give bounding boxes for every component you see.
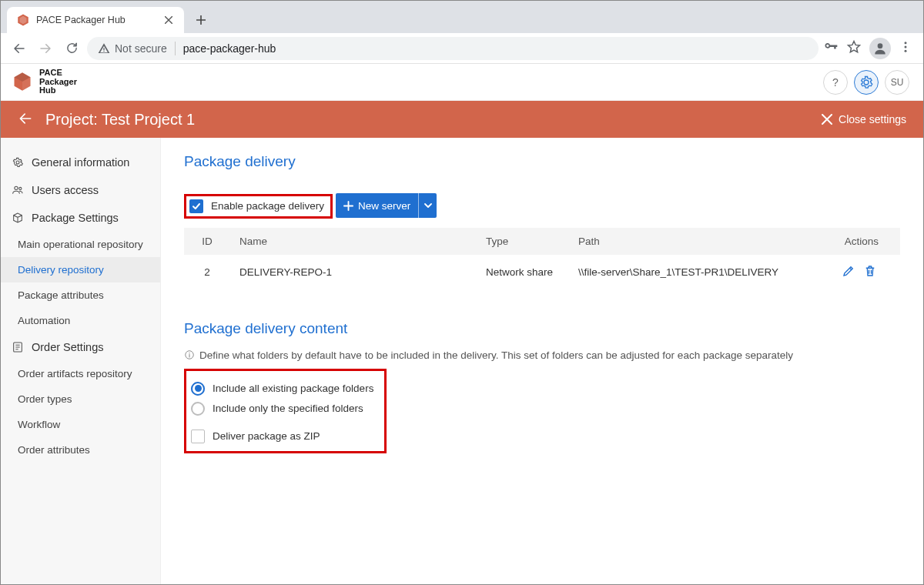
cell-type: Network share <box>477 255 569 289</box>
not-secure-label: Not secure <box>115 42 167 55</box>
section-title-content: Package delivery content <box>184 320 900 337</box>
plus-icon <box>343 201 353 211</box>
svg-point-9 <box>189 353 189 353</box>
warning-icon <box>98 42 110 55</box>
sidebar-item-main-repo[interactable]: Main operational repository <box>1 232 160 257</box>
browser-tab[interactable]: PACE Packager Hub <box>7 7 184 33</box>
user-initials: SU <box>891 77 904 88</box>
saved-password-key-icon[interactable] <box>823 39 839 57</box>
nav-forward-button[interactable] <box>35 38 56 59</box>
sidebar-item-order-attributes[interactable]: Order attributes <box>1 437 160 463</box>
svg-point-2 <box>905 42 907 44</box>
sidebar-label: Package Settings <box>32 212 119 224</box>
settings-button[interactable] <box>854 70 879 95</box>
new-server-label: New server <box>358 200 410 212</box>
app-logo-icon <box>12 71 33 92</box>
new-server-button[interactable]: New server <box>336 193 418 218</box>
radio-icon <box>191 382 205 396</box>
col-path: Path <box>569 228 823 255</box>
row-delete-button[interactable] <box>863 264 877 280</box>
cell-path: \\file-server\Share_1\TEST-PR1\DELIVERY <box>569 255 823 289</box>
sidebar-group-package[interactable]: Package Settings <box>1 204 160 232</box>
browser-menu-button[interactable] <box>899 40 912 56</box>
svg-point-1 <box>878 43 883 48</box>
row-edit-button[interactable] <box>842 264 855 280</box>
nav-back-button[interactable] <box>8 38 30 59</box>
gear-icon <box>859 75 873 89</box>
box-icon <box>12 212 24 224</box>
col-id: ID <box>184 228 230 255</box>
user-avatar-button[interactable]: SU <box>885 70 909 95</box>
bookmark-star-icon[interactable] <box>846 39 862 57</box>
info-icon <box>184 349 195 360</box>
cell-name: DELIVERY-REPO-1 <box>230 255 477 289</box>
gear-icon <box>12 156 24 169</box>
col-name: Name <box>230 228 477 255</box>
new-server-dropdown[interactable] <box>418 193 437 218</box>
pencil-icon <box>842 264 855 278</box>
table-row: 2 DELIVERY-REPO-1 Network share \\file-s… <box>184 255 900 289</box>
tab-title: PACE Packager Hub <box>36 15 156 25</box>
svg-point-4 <box>905 50 907 52</box>
address-bar[interactable]: Not secure pace-packager-hub <box>87 37 819 60</box>
browser-tabstrip: PACE Packager Hub <box>1 1 923 33</box>
trash-icon <box>863 264 877 278</box>
content-area: Package delivery Enable package delivery… <box>161 138 923 584</box>
list-icon <box>12 341 24 353</box>
tab-favicon-icon <box>16 13 30 27</box>
sidebar-item-order-artifacts[interactable]: Order artifacts repository <box>1 361 160 386</box>
content-hint: Define what folders by default have to b… <box>184 349 900 361</box>
sidebar-item-automation[interactable]: Automation <box>1 308 160 333</box>
sidebar-group-general[interactable]: General information <box>1 149 160 176</box>
not-secure-indicator[interactable]: Not secure <box>98 42 167 55</box>
banner-back-button[interactable] <box>18 111 33 129</box>
sidebar-item-order-types[interactable]: Order types <box>1 386 160 412</box>
sidebar-label: General information <box>32 156 129 169</box>
tab-close-button[interactable] <box>162 14 175 26</box>
url-text: pace-packager-hub <box>183 42 276 55</box>
profile-avatar-button[interactable] <box>869 38 891 59</box>
banner-title: Project: Test Project 1 <box>45 111 195 129</box>
checkbox-icon <box>191 430 205 443</box>
sidebar-group-users[interactable]: Users access <box>1 176 160 204</box>
nav-reload-button[interactable] <box>61 38 82 59</box>
help-icon: ? <box>832 76 839 89</box>
deliver-zip-checkbox[interactable]: Deliver package as ZIP <box>191 430 373 443</box>
sidebar-item-delivery-repo[interactable]: Delivery repository <box>1 257 160 282</box>
sidebar-label: Order Settings <box>32 341 104 353</box>
section-title-delivery: Package delivery <box>184 153 900 170</box>
chevron-down-icon <box>424 202 432 209</box>
radio-icon <box>191 402 205 416</box>
close-settings-button[interactable]: Close settings <box>822 113 906 125</box>
svg-point-6 <box>19 187 22 189</box>
radio-include-specified[interactable]: Include only the specified folders <box>191 399 373 419</box>
highlight-enable-delivery: Enable package delivery <box>184 194 333 219</box>
enable-delivery-checkbox[interactable]: Enable package delivery <box>189 199 324 213</box>
sidebar-item-workflow[interactable]: Workflow <box>1 412 160 437</box>
new-server-split-button: New server <box>336 193 437 218</box>
radio-label: Include all existing package folders <box>213 383 373 394</box>
highlight-content-options: Include all existing package folders Inc… <box>184 369 387 453</box>
cell-id: 2 <box>184 255 230 289</box>
users-icon <box>12 184 24 196</box>
app-brand-text: PACE Packager Hub <box>39 69 77 95</box>
new-tab-button[interactable] <box>190 9 212 31</box>
col-type: Type <box>477 228 569 255</box>
browser-toolbar: Not secure pace-packager-hub <box>1 33 923 64</box>
checkbox-icon <box>189 199 203 213</box>
radio-include-all[interactable]: Include all existing package folders <box>191 379 373 399</box>
project-banner: Project: Test Project 1 Close settings <box>1 101 923 138</box>
app-header: PACE Packager Hub ? SU <box>1 64 923 101</box>
table-header-row: ID Name Type Path Actions <box>184 228 900 255</box>
servers-table: ID Name Type Path Actions 2 DELIVERY-REP… <box>184 228 900 289</box>
svg-point-5 <box>15 186 18 189</box>
enable-delivery-label: Enable package delivery <box>211 200 324 212</box>
col-actions: Actions <box>823 228 900 255</box>
omnibox-divider <box>175 42 176 55</box>
content-hint-text: Define what folders by default have to b… <box>199 349 793 361</box>
sidebar-item-package-attributes[interactable]: Package attributes <box>1 282 160 308</box>
help-button[interactable]: ? <box>823 70 848 95</box>
close-settings-label: Close settings <box>839 113 906 125</box>
deliver-zip-label: Deliver package as ZIP <box>213 430 320 442</box>
sidebar-group-order[interactable]: Order Settings <box>1 333 160 361</box>
